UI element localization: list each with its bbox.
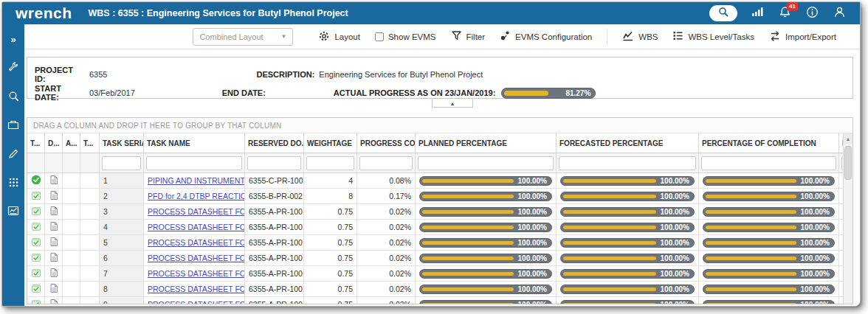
scroll-up-button[interactable]: ▲	[844, 133, 852, 144]
column-header-label: FORECASTED PERCENTAGE	[559, 139, 663, 147]
column-header-forecasted-percentage[interactable]: FORECASTED PERCENTAGE	[557, 133, 699, 153]
document-cell[interactable]	[45, 266, 63, 281]
filter-button[interactable]: Filter	[451, 30, 486, 43]
column-header-task-name[interactable]: TASK NAME	[144, 133, 245, 153]
layout-label: Layout	[334, 32, 360, 41]
line-chart-icon	[622, 30, 634, 43]
progress-pill: 100.00%	[703, 207, 835, 217]
filter-input-task-serial[interactable]	[102, 156, 141, 170]
evms-configuration-button[interactable]: EVMS Configuration	[500, 30, 592, 43]
filter-input-forecasted-percentage[interactable]	[559, 156, 696, 170]
progress-pill-fill	[422, 303, 514, 304]
forecasted-percentage-cell: 100.00%	[557, 297, 699, 304]
user-menu-button[interactable]	[832, 6, 847, 21]
forecasted-percentage-cell: 100.00%	[557, 173, 699, 188]
document-cell[interactable]	[45, 204, 63, 219]
task-name-link[interactable]: PROCESS DATASHEET FOR E-10	[148, 285, 245, 293]
planned-percentage-cell: 100.00%	[416, 189, 557, 203]
filter-input-reserved-doc[interactable]	[247, 156, 301, 170]
task-name-link[interactable]: PROCESS DATASHEET FOR E-10	[148, 223, 245, 231]
wbs-level-tasks-button[interactable]: WBS Level/Tasks	[672, 30, 754, 43]
filter-input-percentage-of-completion[interactable]	[701, 156, 836, 170]
task-status-cell	[27, 220, 45, 234]
table-row: 7PROCESS DATASHEET FOR E-106355-A-PR-100…	[27, 266, 843, 282]
progress-pill-value: 100.00%	[518, 301, 547, 304]
apps-grid-icon	[8, 177, 19, 191]
progress-contribution-cell: 0.02%	[357, 204, 416, 219]
sidebar-item-tools[interactable]	[7, 62, 20, 75]
planned-percentage-cell: 100.00%	[416, 282, 557, 296]
table-row: 8PROCESS DATASHEET FOR E-106355-A-PR-100…	[27, 282, 843, 297]
document-cell[interactable]	[45, 251, 63, 265]
column-header-progress-contribution[interactable]: PROGRESS CO...	[357, 133, 416, 153]
column-header-reserved-doc[interactable]: RESERVED DO...	[245, 133, 304, 153]
filter-input-weightage[interactable]	[306, 156, 354, 170]
collapse-panel-tab[interactable]: ▲	[432, 99, 473, 108]
sidebar-item-edit[interactable]	[7, 148, 20, 161]
task-serial-cell: 1	[100, 173, 144, 188]
group-by-bar[interactable]: DRAG A COLUMN AND DROP IT HERE TO GROUP …	[27, 118, 852, 133]
task-serial-cell: 8	[100, 282, 144, 296]
planned-percentage-cell: 100.00%	[416, 173, 557, 188]
stats-button[interactable]	[750, 6, 765, 21]
layout-dropdown[interactable]: Combined Layout ▼	[193, 28, 293, 46]
scrollbar-thumb[interactable]	[844, 146, 852, 180]
progress-pill: 100.00%	[419, 207, 552, 217]
empty-cell	[63, 220, 80, 234]
screen: wrench WBS : 6355 : Engineering Services…	[0, 0, 868, 314]
status-approved-icon	[31, 237, 41, 248]
search-button[interactable]	[709, 5, 737, 21]
sidebar-item-apps[interactable]	[7, 177, 20, 190]
top-header-bar: wrench WBS : 6355 : Engineering Services…	[2, 2, 860, 24]
import-export-button[interactable]: Import/Export	[769, 30, 836, 43]
forecasted-percentage-cell: 100.00%	[557, 220, 699, 234]
column-header-label: T...	[83, 139, 93, 147]
task-name-link[interactable]: PROCESS DATASHEET FOR E-10	[148, 207, 245, 216]
layout-button[interactable]: Layout	[318, 30, 360, 43]
progress-contribution-cell: 0.02%	[357, 297, 416, 304]
info-button[interactable]	[805, 6, 819, 21]
task-name-link[interactable]: PROCESS DATASHEET FOR E-10	[148, 254, 245, 262]
show-evms-checkbox[interactable]	[375, 32, 384, 41]
column-header-weightage[interactable]: WEIGHTAGE	[304, 133, 357, 153]
wbs-button[interactable]: WBS	[622, 30, 658, 43]
task-name-link[interactable]: PROCESS DATASHEET FOR E-10	[148, 238, 245, 247]
document-cell[interactable]	[45, 235, 63, 250]
column-header-status[interactable]: T...	[27, 133, 45, 153]
completion-percentage-cell: 100.00%	[699, 297, 839, 304]
column-header-task-serial[interactable]: TASK SERIAL...▲	[100, 133, 144, 153]
task-status-cell	[27, 266, 45, 281]
show-evms-toggle[interactable]: Show EVMS	[375, 32, 436, 41]
document-cell[interactable]	[45, 220, 63, 234]
column-header-t[interactable]: T...	[80, 133, 100, 153]
column-header-a[interactable]: A...	[63, 133, 80, 153]
task-name-link[interactable]: PIPING AND INSTRUMENTATION	[148, 176, 245, 185]
task-name-link[interactable]: PROCESS DATASHEET FOR E-10	[148, 300, 245, 304]
filter-input-planned-percentage[interactable]	[418, 156, 554, 170]
vertical-scrollbar[interactable]: ▲	[843, 133, 852, 304]
sidebar-item-projects[interactable]	[7, 119, 20, 133]
document-cell[interactable]	[45, 297, 63, 304]
progress-pill-fill	[563, 303, 656, 304]
notifications-button[interactable]: 41	[777, 6, 792, 21]
task-serial-cell: 7	[100, 266, 144, 281]
sidebar-expand-button[interactable]: »	[7, 33, 20, 46]
filter-input-progress-contribution[interactable]	[359, 156, 413, 170]
column-header-planned-percentage[interactable]: PLANNED PERCENTAGE	[416, 133, 557, 153]
document-cell[interactable]	[45, 282, 63, 296]
task-name-link[interactable]: PFD for 2,4 DTBP REACTION	[148, 192, 245, 200]
task-name-link[interactable]: PROCESS DATASHEET FOR E-10	[148, 269, 245, 278]
column-header-percentage-of-completion[interactable]: PERCENTAGE OF COMPLETION	[699, 133, 839, 153]
sidebar-item-reports[interactable]	[7, 206, 20, 219]
document-cell[interactable]	[45, 173, 63, 188]
column-header-document[interactable]: D...	[45, 133, 63, 153]
table-row: 3PROCESS DATASHEET FOR E-106355-A-PR-100…	[27, 204, 843, 220]
progress-pill: 100.00%	[419, 192, 552, 201]
filter-input-task-name[interactable]	[146, 156, 242, 170]
filter-cell-forecasted-percentage	[557, 153, 699, 172]
sidebar-item-search[interactable]	[7, 91, 20, 104]
project-id-label: PROJECT ID:	[35, 66, 85, 83]
table-row: 1PIPING AND INSTRUMENTATION6355-C-PR-100…	[27, 173, 843, 189]
document-cell[interactable]	[45, 189, 63, 203]
table-row: 9PROCESS DATASHEET FOR E-106355-A-PR-100…	[27, 297, 843, 304]
